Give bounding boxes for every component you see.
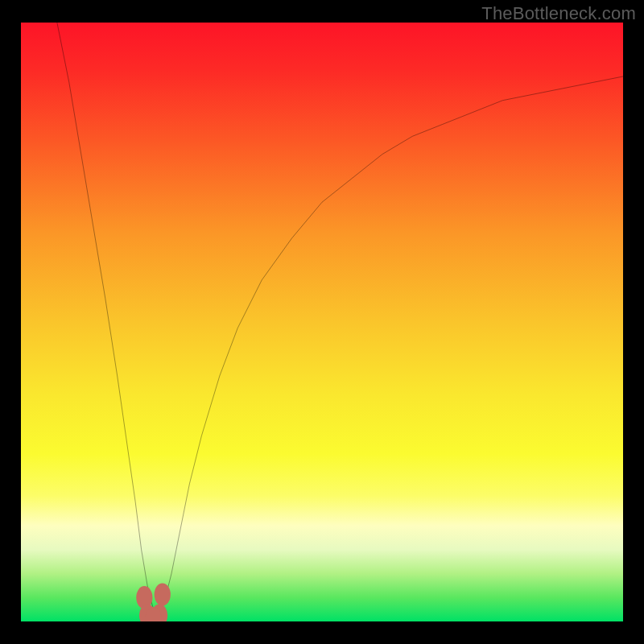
chart-frame [0, 0, 644, 644]
data-marker [155, 583, 171, 605]
plot-area [21, 23, 623, 621]
watermark-text: TheBottleneck.com [481, 3, 636, 24]
markers-layer [21, 23, 623, 621]
